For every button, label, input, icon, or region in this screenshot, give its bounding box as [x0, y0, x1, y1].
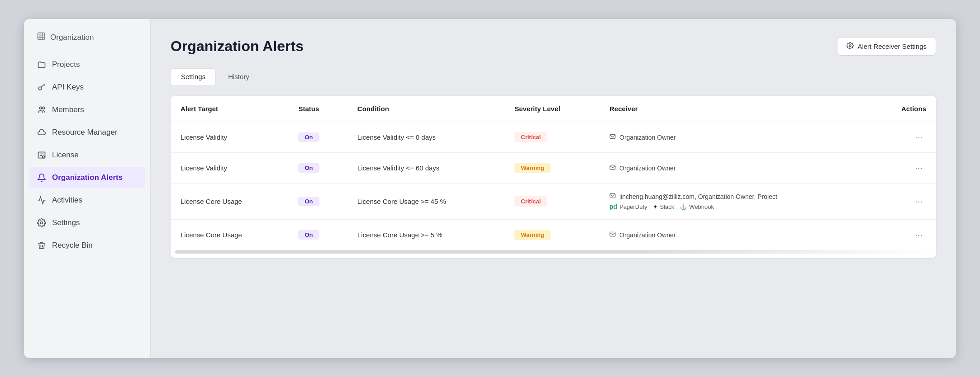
sidebar-item-label: Recycle Bin — [52, 241, 93, 250]
status-cell: On — [288, 184, 347, 220]
sidebar-item-label: License — [52, 151, 79, 160]
alerts-table: Alert Target Status Condition Severity L… — [171, 96, 936, 250]
svg-point-3 — [43, 107, 45, 109]
receiver-main: Organization Owner — [619, 231, 676, 239]
receiver-cell: jincheng.huang@zilliz.com, Organization … — [599, 184, 871, 220]
pagerduty-icon: pd — [609, 203, 617, 210]
receiver-cell: Organization Owner — [599, 153, 871, 184]
col-severity: Severity Level — [504, 96, 599, 122]
row-actions-button[interactable]: ··· — [911, 195, 926, 207]
condition-cell: License Core Usage >= 5 % — [347, 220, 504, 250]
alerts-table-card: Alert Target Status Condition Severity L… — [171, 96, 936, 258]
page-title: Organization Alerts — [171, 38, 304, 55]
svg-point-7 — [849, 45, 851, 47]
sidebar-item-resource-manager[interactable]: Resource Manager — [29, 122, 145, 143]
tabs: Settings History — [171, 68, 936, 85]
sidebar-nav: Projects API Keys Members — [24, 54, 150, 256]
status-badge: On — [298, 230, 319, 240]
receiver-main: Organization Owner — [619, 134, 676, 141]
col-status: Status — [288, 96, 347, 122]
main-header: Organization Alerts Alert Receiver Setti… — [171, 37, 936, 56]
sidebar-item-api-keys[interactable]: API Keys — [29, 76, 145, 98]
condition-cell: License Validity <= 0 days — [347, 122, 504, 153]
receiver-tags: pd PagerDuty ✦ Slack ⚓ W — [609, 203, 861, 210]
svg-point-6 — [41, 222, 43, 224]
gear-icon — [847, 42, 854, 51]
alert-receiver-btn-label: Alert Receiver Settings — [857, 42, 927, 50]
mail-icon — [609, 164, 616, 172]
col-actions: Actions — [871, 96, 936, 122]
pagerduty-label: PagerDuty — [619, 203, 647, 210]
col-receiver: Receiver — [599, 96, 871, 122]
status-badge: On — [298, 132, 319, 142]
table-row: License Validity On License Validity <= … — [171, 122, 936, 153]
sidebar-org: Organization — [24, 32, 150, 54]
alert-target-cell: License Core Usage — [171, 184, 288, 220]
status-badge: On — [298, 163, 319, 173]
sidebar-item-recycle-bin[interactable]: Recycle Bin — [29, 235, 145, 256]
row-actions-button[interactable]: ··· — [911, 131, 926, 143]
severity-badge: Critical — [514, 196, 547, 207]
actions-cell: ··· — [871, 184, 936, 220]
row-actions-button[interactable]: ··· — [911, 162, 926, 174]
svg-point-1 — [38, 87, 42, 90]
slack-label: Slack — [660, 203, 675, 210]
bell-icon — [37, 173, 47, 183]
severity-cell: Critical — [504, 184, 599, 220]
sidebar-item-license[interactable]: License — [29, 144, 145, 166]
trash-icon — [37, 240, 47, 250]
webhook-label: Webhook — [689, 203, 714, 210]
alert-target-cell: License Validity — [171, 153, 288, 184]
activities-icon — [37, 195, 47, 205]
slack-icon: ✦ — [653, 203, 658, 210]
receiver-tag-pagerduty: pd PagerDuty — [609, 203, 647, 210]
sidebar-item-label: Organization Alerts — [52, 173, 123, 182]
sidebar-item-organization-alerts[interactable]: Organization Alerts — [29, 167, 145, 188]
receiver-main: jincheng.huang@zilliz.com, Organization … — [619, 193, 777, 200]
app-container: Organization Projects API Keys — [24, 19, 956, 358]
row-actions-button[interactable]: ··· — [911, 229, 926, 241]
license-icon — [37, 150, 47, 160]
svg-rect-9 — [610, 165, 615, 169]
svg-rect-8 — [610, 134, 615, 138]
actions-cell: ··· — [871, 220, 936, 250]
severity-badge: Critical — [514, 132, 547, 142]
actions-cell: ··· — [871, 122, 936, 153]
status-cell: On — [288, 153, 347, 184]
cloud-icon — [37, 127, 47, 137]
condition-cell: License Core Usage >= 45 % — [347, 184, 504, 220]
tab-history[interactable]: History — [218, 68, 260, 85]
status-cell: On — [288, 122, 347, 153]
sidebar-item-label: API Keys — [52, 83, 84, 92]
severity-cell: Critical — [504, 122, 599, 153]
horizontal-scrollbar[interactable] — [175, 250, 932, 254]
mail-icon — [609, 231, 616, 239]
sidebar-item-members[interactable]: Members — [29, 99, 145, 121]
sidebar-item-label: Projects — [52, 60, 80, 69]
mail-icon — [609, 193, 616, 200]
condition-cell: License Validity <= 60 days — [347, 153, 504, 184]
sidebar-item-label: Settings — [52, 218, 80, 227]
building-icon — [37, 32, 46, 43]
sidebar-item-settings[interactable]: Settings — [29, 212, 145, 234]
svg-rect-10 — [610, 193, 615, 198]
sidebar: Organization Projects API Keys — [24, 19, 151, 358]
table-row: License Core Usage On License Core Usage… — [171, 220, 936, 250]
receiver-cell: Organization Owner — [599, 220, 871, 250]
svg-point-2 — [39, 107, 42, 109]
col-condition: Condition — [347, 96, 504, 122]
receiver-tag-webhook: ⚓ Webhook — [680, 203, 714, 210]
table-row: License Core Usage On License Core Usage… — [171, 184, 936, 220]
sidebar-item-projects[interactable]: Projects — [29, 54, 145, 75]
receiver-tag-slack: ✦ Slack — [653, 203, 675, 210]
mail-icon — [609, 133, 616, 141]
main-content: Organization Alerts Alert Receiver Setti… — [151, 19, 956, 358]
sidebar-item-label: Members — [52, 105, 84, 114]
sidebar-item-activities[interactable]: Activities — [29, 189, 145, 211]
tab-settings[interactable]: Settings — [171, 68, 216, 85]
alert-target-cell: License Validity — [171, 122, 288, 153]
severity-cell: Warning — [504, 153, 599, 184]
table-row: License Validity On License Validity <= … — [171, 153, 936, 184]
alert-receiver-settings-button[interactable]: Alert Receiver Settings — [837, 37, 936, 56]
svg-rect-0 — [38, 33, 45, 40]
